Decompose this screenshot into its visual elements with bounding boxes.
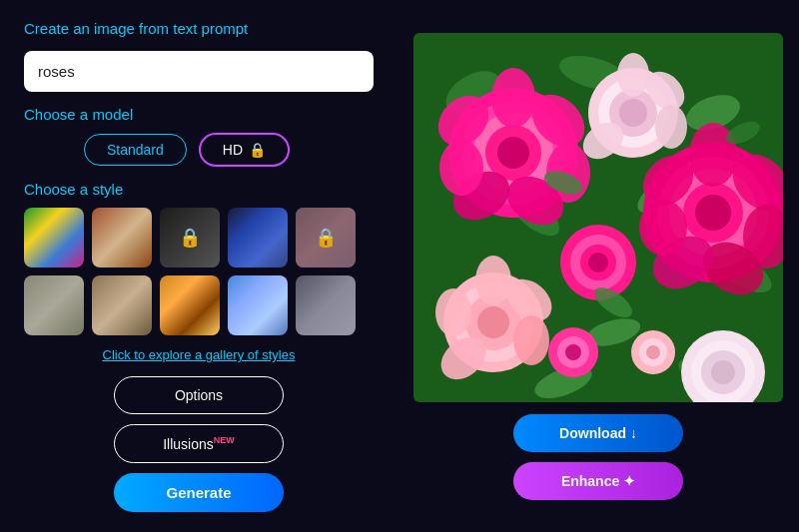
options-button[interactable]: Options: [114, 376, 284, 414]
standard-model-button[interactable]: Standard: [84, 134, 187, 166]
create-label: Create an image from text prompt: [24, 20, 374, 37]
svg-point-51: [435, 288, 471, 336]
explore-link[interactable]: Click to explore a gallery of styles: [24, 347, 374, 362]
svg-point-55: [588, 253, 608, 272]
svg-point-46: [477, 306, 509, 338]
lock-overlay-5: 🔒: [296, 208, 356, 267]
enhance-button[interactable]: Enhance ✦: [513, 462, 683, 500]
lock-icon: 🔒: [249, 142, 266, 158]
style-thumb-6[interactable]: [24, 275, 84, 335]
svg-point-29: [655, 105, 687, 149]
hd-model-button[interactable]: HD 🔒: [199, 133, 290, 167]
svg-point-15: [497, 137, 529, 169]
right-panel: Download ↓ Enhance ✦: [398, 0, 799, 532]
download-button[interactable]: Download ↓: [513, 414, 683, 452]
image-buttons: Download ↓ Enhance ✦: [513, 414, 683, 500]
style-thumb-7[interactable]: [92, 275, 152, 335]
style-thumb-2[interactable]: [92, 208, 152, 267]
svg-point-59: [711, 360, 735, 384]
new-badge: NEW: [214, 435, 235, 445]
style-section: Choose a style 🔒 🔒 Click to explore a ga…: [24, 181, 374, 362]
generated-image-container: [413, 33, 783, 402]
enhance-label: Enhance ✦: [561, 473, 635, 489]
action-buttons: Options IllusionsNEW Generate: [24, 376, 374, 512]
svg-point-62: [565, 344, 581, 360]
model-label: Choose a model: [24, 106, 374, 123]
model-section: Choose a model Standard HD 🔒: [24, 106, 374, 167]
style-thumb-1[interactable]: [24, 208, 84, 267]
style-thumb-10[interactable]: [296, 275, 356, 335]
svg-point-21: [439, 140, 483, 196]
style-thumb-5[interactable]: 🔒: [296, 208, 356, 267]
svg-point-16: [491, 68, 535, 128]
style-thumb-3[interactable]: 🔒: [160, 208, 220, 267]
style-grid: 🔒 🔒: [24, 208, 374, 335]
svg-point-47: [475, 256, 511, 305]
lock-overlay-3: 🔒: [160, 208, 220, 267]
svg-point-65: [646, 345, 660, 359]
generated-image: [413, 33, 783, 402]
left-panel: Create an image from text prompt Choose …: [0, 0, 398, 532]
generate-button[interactable]: Generate: [114, 473, 284, 512]
hd-label: HD: [223, 142, 243, 158]
illusions-label: Illusions: [163, 436, 214, 452]
download-label: Download ↓: [559, 425, 637, 441]
style-thumb-9[interactable]: [228, 275, 288, 335]
style-thumb-8[interactable]: [160, 275, 220, 335]
svg-point-49: [513, 315, 549, 365]
style-label: Choose a style: [24, 181, 374, 198]
prompt-input[interactable]: [24, 51, 374, 92]
svg-point-41: [639, 200, 687, 256]
style-thumb-4[interactable]: [228, 208, 288, 267]
svg-point-35: [695, 195, 731, 231]
svg-point-26: [619, 99, 647, 127]
illusions-button[interactable]: IllusionsNEW: [114, 424, 284, 463]
svg-point-27: [617, 53, 649, 97]
model-buttons: Standard HD 🔒: [24, 133, 374, 167]
